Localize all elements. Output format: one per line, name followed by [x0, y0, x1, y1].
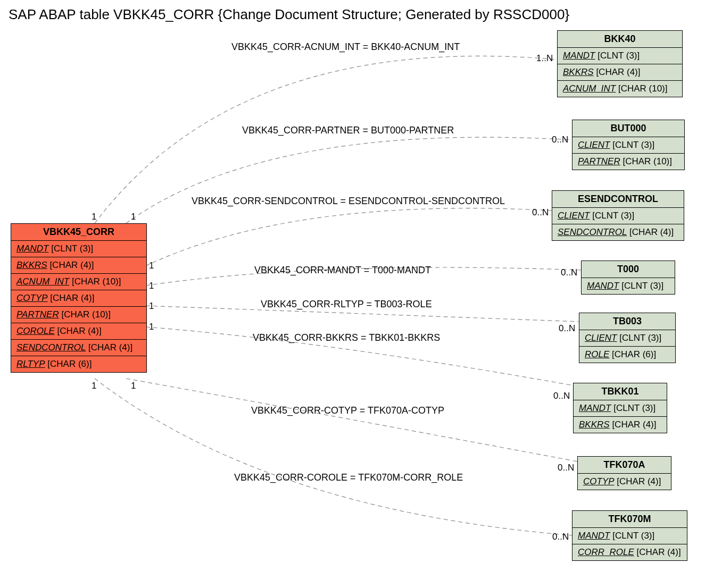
cardinality-right: 0..N — [553, 391, 570, 401]
relation-label: VBKK45_CORR-PARTNER = BUT000-PARTNER — [242, 125, 454, 136]
entity-tfk070m: TFK070M MANDT [CLNT (3)] CORR_ROLE [CHAR… — [572, 510, 687, 561]
entity-field: MANDT [CLNT (3)] — [11, 241, 146, 257]
relation-label: VBKK45_CORR-COTYP = TFK070A-COTYP — [251, 405, 444, 416]
entity-field: PARTNER [CHAR (10)] — [11, 307, 146, 323]
cardinality-left: 1 — [149, 322, 154, 332]
entity-header: TB003 — [579, 313, 675, 330]
cardinality-left: 1 — [149, 261, 154, 271]
relation-label: VBKK45_CORR-MANDT = T000-MANDT — [254, 265, 431, 276]
entity-field: CLIENT [CLNT (3)] — [572, 137, 684, 154]
entity-field: ACNUM_INT [CHAR (10)] — [11, 274, 146, 290]
entity-field: COTYP [CHAR (4)] — [11, 290, 146, 307]
entity-vbkk45-corr: VBKK45_CORR MANDT [CLNT (3)] BKKRS [CHAR… — [11, 223, 147, 373]
entity-field: BKKRS [CHAR (4)] — [11, 257, 146, 274]
entity-header: ESENDCONTROL — [552, 191, 684, 208]
relation-label: VBKK45_CORR-SENDCONTROL = ESENDCONTROL-S… — [192, 196, 505, 207]
entity-tbkk01: TBKK01 MANDT [CLNT (3)] BKKRS [CHAR (4)] — [573, 383, 667, 433]
entity-field: BKKRS [CHAR (4)] — [574, 417, 667, 433]
entity-field: MANDT [CLNT (3)] — [582, 278, 675, 294]
entity-field: CORR_ROLE [CHAR (4)] — [572, 544, 687, 560]
cardinality-right: 0..N — [532, 207, 549, 218]
cardinality-right: 0..N — [558, 463, 574, 473]
entity-tfk070a: TFK070A COTYP [CHAR (4)] — [577, 456, 671, 490]
cardinality-left: 1 — [92, 212, 96, 222]
cardinality-right: 0..N — [561, 267, 577, 278]
relation-label: VBKK45_CORR-BKKRS = TBKK01-BKKRS — [253, 332, 440, 343]
entity-header: TFK070M — [572, 511, 687, 528]
entity-field: RLTYP [CHAR (6)] — [11, 356, 146, 372]
cardinality-right: 0..N — [552, 135, 568, 145]
cardinality-right: 1..N — [536, 53, 553, 64]
entity-esendcontrol: ESENDCONTROL CLIENT [CLNT (3)] SENDCONTR… — [552, 190, 684, 241]
entity-field: COTYP [CHAR (4)] — [578, 474, 671, 490]
entity-header: TFK070A — [578, 457, 671, 474]
entity-field: COROLE [CHAR (4)] — [11, 323, 146, 340]
entity-header: BKK40 — [558, 31, 682, 48]
entity-field: PARTNER [CHAR (10)] — [572, 154, 684, 170]
entity-field: MANDT [CLNT (3)] — [574, 400, 667, 417]
entity-header: VBKK45_CORR — [11, 224, 146, 241]
cardinality-left: 1 — [131, 381, 136, 391]
entity-header: BUT000 — [572, 120, 684, 137]
entity-field: ROLE [CHAR (6)] — [579, 347, 675, 363]
entity-field: ACNUM_INT [CHAR (10)] — [558, 81, 682, 97]
entity-field: CLIENT [CLNT (3)] — [552, 208, 684, 224]
entity-t000: T000 MANDT [CLNT (3)] — [581, 261, 675, 295]
cardinality-right: 0..N — [559, 323, 575, 334]
entity-but000: BUT000 CLIENT [CLNT (3)] PARTNER [CHAR (… — [572, 120, 685, 170]
entity-field: CLIENT [CLNT (3)] — [579, 330, 675, 347]
cardinality-left: 1 — [149, 301, 154, 312]
relation-label: VBKK45_CORR-ACNUM_INT = BKK40-ACNUM_INT — [231, 41, 460, 53]
diagram-title: SAP ABAP table VBKK45_CORR {Change Docum… — [9, 6, 569, 23]
entity-field: SENDCONTROL [CHAR (4)] — [11, 340, 146, 356]
cardinality-left: 1 — [131, 212, 136, 222]
entity-field: MANDT [CLNT (3)] — [558, 48, 682, 64]
cardinality-left: 1 — [92, 381, 96, 391]
relation-label: VBKK45_CORR-RLTYP = TB003-ROLE — [261, 299, 432, 310]
entity-tb003: TB003 CLIENT [CLNT (3)] ROLE [CHAR (6)] — [579, 313, 676, 363]
entity-bkk40: BKK40 MANDT [CLNT (3)] BKKRS [CHAR (4)] … — [557, 30, 683, 97]
entity-field: SENDCONTROL [CHAR (4)] — [552, 224, 684, 240]
cardinality-right: 0..N — [552, 532, 569, 542]
entity-header: T000 — [582, 261, 675, 278]
entity-field: BKKRS [CHAR (4)] — [558, 64, 682, 81]
entity-field: MANDT [CLNT (3)] — [572, 528, 687, 544]
entity-header: TBKK01 — [574, 383, 667, 400]
relation-label: VBKK45_CORR-COROLE = TFK070M-CORR_ROLE — [234, 472, 463, 483]
cardinality-left: 1 — [149, 281, 154, 291]
